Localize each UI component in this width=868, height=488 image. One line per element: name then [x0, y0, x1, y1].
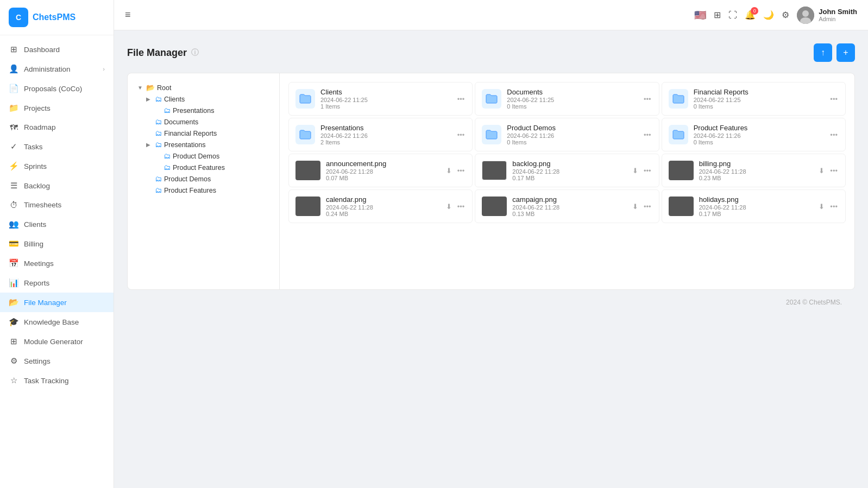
tree-node: ▶🗂Clients🗂Presentations — [145, 93, 271, 116]
sidebar-item-module-generator[interactable]: ⊞ Module Generator — [0, 332, 114, 351]
more-options-button[interactable]: ••• — [829, 130, 839, 140]
fullscreen-icon[interactable]: ⛶ — [728, 10, 737, 20]
file-card[interactable]: Product Demos 2024-06-22 11:260 Items ••… — [475, 118, 659, 151]
tree-node-row[interactable]: ▶🗂Clients — [145, 93, 271, 105]
sidebar-item-tasks[interactable]: ✓ Tasks — [0, 137, 114, 156]
menu-toggle-button[interactable]: ≡ — [125, 9, 131, 21]
file-info: Product Features 2024-06-22 11:260 Items — [694, 124, 824, 145]
more-options-button[interactable]: ••• — [643, 130, 652, 140]
sidebar-item-proposals[interactable]: 📄 Proposals (CoCo) — [0, 79, 114, 98]
download-button[interactable]: ⬇ — [631, 201, 639, 212]
tree-folder-label: Product Features — [173, 164, 225, 172]
sidebar-item-knowledge-base[interactable]: 🎓 Knowledge Base — [0, 312, 114, 332]
sidebar-item-label: Reports — [24, 279, 49, 287]
main-content: ≡ 🇺🇸 ⊞ ⛶ 🔔 0 🌙 ⚙ John Smith Admin — [114, 0, 868, 488]
sidebar-item-label: Billing — [24, 240, 43, 248]
footer: 2024 © ChetsPMS. — [127, 290, 855, 315]
add-button[interactable]: + — [836, 43, 855, 62]
sidebar-item-roadmap[interactable]: 🗺 Roadmap — [0, 118, 114, 137]
download-button[interactable]: ⬇ — [631, 166, 639, 176]
file-card[interactable]: announcement.png 2024-06-22 11:280.07 MB… — [288, 154, 473, 187]
file-date: 2024-06-22 11:26 — [507, 132, 637, 139]
download-button[interactable]: ⬇ — [445, 166, 453, 176]
file-actions: ••• — [643, 130, 652, 140]
sidebar-item-file-manager[interactable]: 📂 File Manager — [0, 293, 114, 312]
sidebar-item-label: Settings — [24, 357, 51, 365]
tree-folder-icon: 🗂 — [155, 129, 162, 137]
user-profile[interactable]: John Smith Admin — [797, 7, 857, 24]
sidebar-item-timesheets[interactable]: ⏱ Timesheets — [0, 195, 114, 214]
more-options-button[interactable]: ••• — [643, 201, 652, 212]
file-items: 2 Items — [320, 139, 451, 145]
more-options-button[interactable]: ••• — [829, 201, 839, 212]
language-selector[interactable]: 🇺🇸 — [694, 9, 706, 21]
tree-node-row[interactable]: 🗂Documents — [145, 116, 271, 128]
logo[interactable]: C ChetsPMS — [0, 0, 114, 35]
files-panel: Clients 2024-06-22 11:251 Items ••• Docu… — [280, 73, 854, 289]
file-card[interactable]: Documents 2024-06-22 11:250 Items ••• — [475, 82, 659, 116]
tree-node-row[interactable]: 🗂Product Features — [145, 185, 271, 196]
sidebar-item-projects[interactable]: 📁 Projects — [0, 98, 114, 118]
sidebar-item-reports[interactable]: 📊 Reports — [0, 273, 114, 293]
clients-icon: 👥 — [9, 219, 18, 229]
tasks-icon: ✓ — [9, 142, 18, 151]
more-options-button[interactable]: ••• — [456, 201, 466, 212]
file-actions: ••• — [456, 130, 466, 140]
sidebar-item-label: Administration — [24, 65, 71, 73]
more-options-button[interactable]: ••• — [456, 166, 466, 176]
tree-node-row[interactable]: 🗂Product Demos — [154, 150, 271, 162]
file-card[interactable]: Presentations 2024-06-22 11:262 Items ••… — [288, 118, 473, 151]
tree-node: 🗂Product Features — [154, 162, 271, 173]
download-button[interactable]: ⬇ — [817, 166, 826, 176]
sidebar-item-clients[interactable]: 👥 Clients — [0, 214, 114, 234]
settings-icon: ⚙ — [9, 356, 18, 366]
tree-node-row[interactable]: ▶🗂Presentations — [145, 139, 271, 150]
sidebar-item-billing[interactable]: 💳 Billing — [0, 234, 114, 253]
download-button[interactable]: ⬇ — [817, 201, 826, 212]
file-card[interactable]: Financial Reports 2024-06-22 11:250 Item… — [662, 82, 846, 116]
page-title: File Manager — [127, 47, 187, 59]
upload-button[interactable]: ↑ — [814, 43, 832, 62]
dark-mode-toggle[interactable]: 🌙 — [763, 10, 774, 20]
file-actions: ⬇••• — [445, 166, 466, 176]
user-info: John Smith Admin — [819, 8, 857, 22]
more-options-button[interactable]: ••• — [643, 166, 652, 176]
file-card[interactable]: holidays.png 2024-06-22 11:280.17 MB ⬇••… — [662, 189, 846, 223]
more-options-button[interactable]: ••• — [829, 94, 839, 104]
tree-node-row[interactable]: 🗂Presentations — [154, 105, 271, 116]
apps-grid-icon[interactable]: ⊞ — [714, 10, 721, 20]
sidebar-item-settings[interactable]: ⚙ Settings — [0, 351, 114, 371]
tree-folder-icon: 🗂 — [155, 186, 162, 194]
tree-node-row[interactable]: 🗂Financial Reports — [145, 128, 271, 139]
file-card[interactable]: Product Features 2024-06-22 11:260 Items… — [662, 118, 846, 151]
file-card[interactable]: billing.png 2024-06-22 11:280.23 MB ⬇••• — [662, 154, 846, 187]
sidebar-item-meetings[interactable]: 📅 Meetings — [0, 253, 114, 273]
tree-folder-icon: 🗂 — [155, 95, 162, 103]
info-icon[interactable]: ⓘ — [191, 48, 199, 58]
more-options-button[interactable]: ••• — [456, 94, 466, 104]
sidebar-item-dashboard[interactable]: ⊞ Dashboard — [0, 40, 114, 59]
tree-root-row[interactable]: ▼📂Root — [136, 82, 271, 93]
tree-node-row[interactable]: 🗂Product Demos — [145, 173, 271, 185]
more-options-button[interactable]: ••• — [829, 166, 839, 176]
file-card[interactable]: campaign.png 2024-06-22 11:280.13 MB ⬇••… — [475, 189, 659, 223]
file-card[interactable]: calendar.png 2024-06-22 11:280.24 MB ⬇••… — [288, 189, 473, 223]
knowledge-base-icon: 🎓 — [9, 317, 18, 327]
file-info: Clients 2024-06-22 11:251 Items — [320, 88, 451, 110]
folder-icon — [669, 125, 688, 144]
download-button[interactable]: ⬇ — [445, 201, 453, 212]
sidebar-item-task-tracking[interactable]: ☆ Task Tracking — [0, 371, 114, 390]
file-card[interactable]: backlog.png 2024-06-22 11:280.17 MB ⬇••• — [475, 154, 659, 187]
file-name: Documents — [507, 88, 637, 96]
sidebar-item-backlog[interactable]: ☰ Backlog — [0, 176, 114, 195]
notifications-icon[interactable]: 🔔 0 — [745, 10, 756, 20]
settings-icon[interactable]: ⚙ — [782, 10, 789, 20]
sidebar-item-sprints[interactable]: ⚡ Sprints — [0, 156, 114, 176]
folder-icon — [295, 89, 315, 109]
more-options-button[interactable]: ••• — [456, 130, 466, 140]
more-options-button[interactable]: ••• — [643, 94, 652, 104]
tree-node-row[interactable]: 🗂Product Features — [154, 162, 271, 173]
sidebar-item-administration[interactable]: 👤 Administration › — [0, 59, 114, 79]
sidebar-item-label: Knowledge Base — [24, 318, 79, 326]
file-card[interactable]: Clients 2024-06-22 11:251 Items ••• — [288, 82, 473, 116]
